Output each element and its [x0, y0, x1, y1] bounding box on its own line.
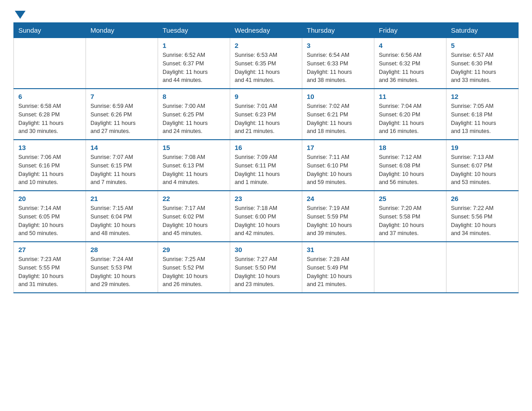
day-number: 9	[235, 93, 297, 100]
day-info: Sunrise: 7:01 AM Sunset: 6:23 PM Dayligh…	[235, 102, 297, 136]
calendar-cell: 21Sunrise: 7:15 AM Sunset: 6:04 PM Dayli…	[86, 191, 158, 242]
day-number: 6	[18, 93, 81, 100]
day-info: Sunrise: 7:18 AM Sunset: 6:00 PM Dayligh…	[235, 204, 297, 238]
day-info: Sunrise: 7:06 AM Sunset: 6:16 PM Dayligh…	[18, 153, 81, 187]
day-number: 26	[451, 195, 514, 202]
calendar-cell: 16Sunrise: 7:09 AM Sunset: 6:11 PM Dayli…	[230, 140, 302, 191]
calendar-cell: 24Sunrise: 7:19 AM Sunset: 5:59 PM Dayli…	[302, 191, 374, 242]
calendar-cell: 5Sunrise: 6:57 AM Sunset: 6:30 PM Daylig…	[446, 38, 519, 89]
calendar-cell: 22Sunrise: 7:17 AM Sunset: 6:02 PM Dayli…	[158, 191, 230, 242]
day-info: Sunrise: 6:54 AM Sunset: 6:33 PM Dayligh…	[307, 51, 369, 85]
calendar-cell: 13Sunrise: 7:06 AM Sunset: 6:16 PM Dayli…	[14, 140, 86, 191]
calendar-cell: 27Sunrise: 7:23 AM Sunset: 5:55 PM Dayli…	[14, 242, 86, 293]
day-number: 21	[90, 195, 153, 202]
day-number: 1	[163, 42, 225, 49]
calendar-cell	[86, 38, 158, 89]
logo	[13, 9, 26, 18]
weekday-header-friday: Friday	[374, 23, 446, 38]
day-number: 8	[163, 93, 225, 100]
day-info: Sunrise: 6:57 AM Sunset: 6:30 PM Dayligh…	[451, 51, 514, 85]
day-info: Sunrise: 7:22 AM Sunset: 5:56 PM Dayligh…	[451, 204, 514, 238]
calendar-cell: 11Sunrise: 7:04 AM Sunset: 6:20 PM Dayli…	[374, 89, 446, 140]
day-number: 7	[90, 93, 153, 100]
day-info: Sunrise: 7:04 AM Sunset: 6:20 PM Dayligh…	[379, 102, 442, 136]
day-number: 20	[18, 195, 81, 202]
day-info: Sunrise: 7:19 AM Sunset: 5:59 PM Dayligh…	[307, 204, 369, 238]
calendar-cell: 14Sunrise: 7:07 AM Sunset: 6:15 PM Dayli…	[86, 140, 158, 191]
day-info: Sunrise: 7:15 AM Sunset: 6:04 PM Dayligh…	[90, 204, 153, 238]
calendar-cell: 20Sunrise: 7:14 AM Sunset: 6:05 PM Dayli…	[14, 191, 86, 242]
day-info: Sunrise: 7:23 AM Sunset: 5:55 PM Dayligh…	[18, 255, 81, 289]
day-info: Sunrise: 7:20 AM Sunset: 5:58 PM Dayligh…	[379, 204, 442, 238]
day-info: Sunrise: 7:00 AM Sunset: 6:25 PM Dayligh…	[163, 102, 225, 136]
day-info: Sunrise: 7:12 AM Sunset: 6:08 PM Dayligh…	[379, 153, 442, 187]
day-info: Sunrise: 6:58 AM Sunset: 6:28 PM Dayligh…	[18, 102, 81, 136]
calendar-cell: 31Sunrise: 7:28 AM Sunset: 5:49 PM Dayli…	[302, 242, 374, 293]
day-number: 31	[307, 246, 369, 253]
day-number: 24	[307, 195, 369, 202]
calendar-cell: 2Sunrise: 6:53 AM Sunset: 6:35 PM Daylig…	[230, 38, 302, 89]
calendar-table: SundayMondayTuesdayWednesdayThursdayFrid…	[13, 22, 519, 293]
logo-arrow-icon	[15, 11, 26, 19]
calendar-cell: 6Sunrise: 6:58 AM Sunset: 6:28 PM Daylig…	[14, 89, 86, 140]
calendar-cell: 8Sunrise: 7:00 AM Sunset: 6:25 PM Daylig…	[158, 89, 230, 140]
day-number: 10	[307, 93, 369, 100]
day-info: Sunrise: 7:17 AM Sunset: 6:02 PM Dayligh…	[163, 204, 225, 238]
calendar-cell: 7Sunrise: 6:59 AM Sunset: 6:26 PM Daylig…	[86, 89, 158, 140]
day-number: 27	[18, 246, 81, 253]
day-number: 17	[307, 144, 369, 151]
calendar-cell: 18Sunrise: 7:12 AM Sunset: 6:08 PM Dayli…	[374, 140, 446, 191]
calendar-cell: 17Sunrise: 7:11 AM Sunset: 6:10 PM Dayli…	[302, 140, 374, 191]
calendar-cell: 19Sunrise: 7:13 AM Sunset: 6:07 PM Dayli…	[446, 140, 519, 191]
calendar-week-3: 13Sunrise: 7:06 AM Sunset: 6:16 PM Dayli…	[14, 140, 519, 191]
weekday-header-saturday: Saturday	[446, 23, 519, 38]
calendar-cell	[14, 38, 86, 89]
calendar-week-1: 1Sunrise: 6:52 AM Sunset: 6:37 PM Daylig…	[14, 38, 519, 89]
calendar-cell: 4Sunrise: 6:56 AM Sunset: 6:32 PM Daylig…	[374, 38, 446, 89]
calendar-cell: 26Sunrise: 7:22 AM Sunset: 5:56 PM Dayli…	[446, 191, 519, 242]
calendar-cell: 10Sunrise: 7:02 AM Sunset: 6:21 PM Dayli…	[302, 89, 374, 140]
weekday-header-sunday: Sunday	[14, 23, 86, 38]
day-number: 11	[379, 93, 442, 100]
calendar-cell: 15Sunrise: 7:08 AM Sunset: 6:13 PM Dayli…	[158, 140, 230, 191]
day-number: 23	[235, 195, 297, 202]
day-number: 28	[90, 246, 153, 253]
calendar-cell: 3Sunrise: 6:54 AM Sunset: 6:33 PM Daylig…	[302, 38, 374, 89]
weekday-header-thursday: Thursday	[302, 23, 374, 38]
day-info: Sunrise: 7:13 AM Sunset: 6:07 PM Dayligh…	[451, 153, 514, 187]
day-info: Sunrise: 7:28 AM Sunset: 5:49 PM Dayligh…	[307, 255, 369, 289]
day-number: 29	[163, 246, 225, 253]
calendar-cell: 9Sunrise: 7:01 AM Sunset: 6:23 PM Daylig…	[230, 89, 302, 140]
day-number: 15	[163, 144, 225, 151]
day-number: 5	[451, 42, 514, 49]
day-info: Sunrise: 7:05 AM Sunset: 6:18 PM Dayligh…	[451, 102, 514, 136]
calendar-cell: 1Sunrise: 6:52 AM Sunset: 6:37 PM Daylig…	[158, 38, 230, 89]
calendar-cell: 29Sunrise: 7:25 AM Sunset: 5:52 PM Dayli…	[158, 242, 230, 293]
day-info: Sunrise: 6:56 AM Sunset: 6:32 PM Dayligh…	[379, 51, 442, 85]
weekday-header-wednesday: Wednesday	[230, 23, 302, 38]
day-number: 22	[163, 195, 225, 202]
day-info: Sunrise: 6:52 AM Sunset: 6:37 PM Dayligh…	[163, 51, 225, 85]
calendar-week-5: 27Sunrise: 7:23 AM Sunset: 5:55 PM Dayli…	[14, 242, 519, 293]
day-info: Sunrise: 7:09 AM Sunset: 6:11 PM Dayligh…	[235, 153, 297, 187]
day-info: Sunrise: 7:14 AM Sunset: 6:05 PM Dayligh…	[18, 204, 81, 238]
calendar-week-2: 6Sunrise: 6:58 AM Sunset: 6:28 PM Daylig…	[14, 89, 519, 140]
day-number: 14	[90, 144, 153, 151]
day-info: Sunrise: 7:08 AM Sunset: 6:13 PM Dayligh…	[163, 153, 225, 187]
day-info: Sunrise: 7:24 AM Sunset: 5:53 PM Dayligh…	[90, 255, 153, 289]
day-info: Sunrise: 7:11 AM Sunset: 6:10 PM Dayligh…	[307, 153, 369, 187]
day-info: Sunrise: 6:59 AM Sunset: 6:26 PM Dayligh…	[90, 102, 153, 136]
weekday-header-monday: Monday	[86, 23, 158, 38]
day-info: Sunrise: 6:53 AM Sunset: 6:35 PM Dayligh…	[235, 51, 297, 85]
day-number: 30	[235, 246, 297, 253]
calendar-cell: 23Sunrise: 7:18 AM Sunset: 6:00 PM Dayli…	[230, 191, 302, 242]
page-header	[13, 9, 519, 18]
day-number: 4	[379, 42, 442, 49]
calendar-cell	[374, 242, 446, 293]
calendar-cell: 12Sunrise: 7:05 AM Sunset: 6:18 PM Dayli…	[446, 89, 519, 140]
day-info: Sunrise: 7:27 AM Sunset: 5:50 PM Dayligh…	[235, 255, 297, 289]
calendar-cell	[446, 242, 519, 293]
day-number: 13	[18, 144, 81, 151]
day-number: 16	[235, 144, 297, 151]
day-info: Sunrise: 7:02 AM Sunset: 6:21 PM Dayligh…	[307, 102, 369, 136]
